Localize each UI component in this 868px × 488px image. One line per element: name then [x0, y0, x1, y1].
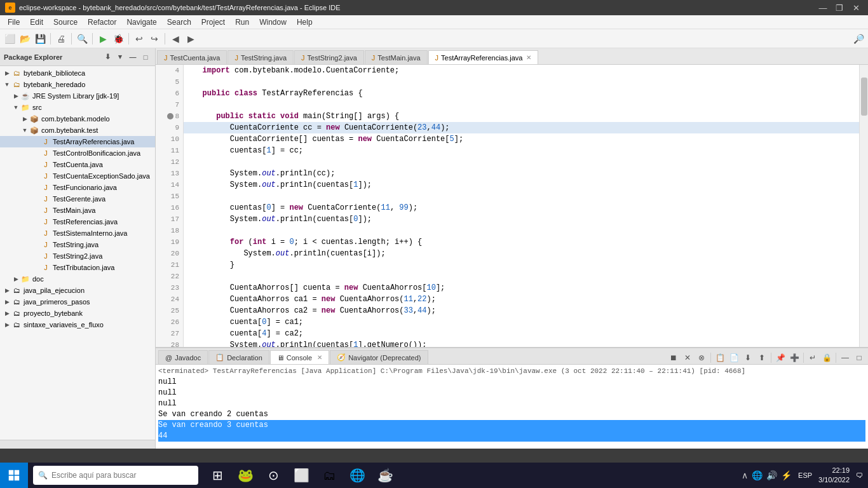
tab-navigator[interactable]: 🧭 Navigator (Deprecated)	[330, 350, 428, 364]
editor-scrollbar[interactable]	[859, 65, 868, 347]
tree-jre[interactable]: ▶ ☕ JRE System Library [jdk-19]	[0, 90, 155, 102]
console-paste-btn[interactable]: 📄	[728, 351, 740, 364]
frog-app[interactable]: 🐸	[234, 464, 257, 487]
minimize-button[interactable]: —	[816, 2, 830, 13]
console-copy-btn[interactable]: 📋	[714, 351, 726, 364]
volume-icon[interactable]: 🔊	[766, 470, 777, 480]
tree-TestString2[interactable]: J TestString2.java	[0, 250, 155, 262]
tab-close-icon[interactable]: ✕	[317, 354, 322, 361]
tree-TestGerente[interactable]: J TestGerente.java	[0, 193, 155, 205]
console-new-btn[interactable]: ➕	[788, 351, 801, 364]
menu-search[interactable]: Search	[162, 17, 196, 28]
sidebar-minimize[interactable]: —	[127, 51, 139, 63]
tree-proyecto-bytebank[interactable]: ▶ 🗂 proyecto_bytebank	[0, 308, 155, 319]
menu-project[interactable]: Project	[196, 17, 230, 28]
tree-TestCuenta[interactable]: J TestCuenta.java	[0, 159, 155, 170]
menu-window[interactable]: Window	[254, 17, 292, 28]
console-scroll-end-btn[interactable]: ⬇	[742, 351, 754, 364]
tab-label: Javadoc	[175, 354, 201, 362]
battery-icon[interactable]: ⚡	[781, 470, 792, 480]
language-indicator[interactable]: ESP	[798, 471, 812, 479]
taskbar-search-box[interactable]: 🔍	[33, 466, 198, 485]
tree-TestString[interactable]: J TestString.java	[0, 239, 155, 250]
start-button[interactable]	[0, 463, 28, 488]
notification-icon[interactable]: 🗨	[856, 471, 863, 479]
toolbar-search-2[interactable]: 🔎	[851, 32, 865, 46]
console-lock-btn[interactable]: 🔒	[820, 351, 833, 364]
files-btn[interactable]: 🗂	[318, 464, 341, 487]
search-taskbar-btn[interactable]: ⊙	[262, 464, 285, 487]
tab-TestString2[interactable]: J TestString2.java	[294, 50, 364, 64]
tree-TestCuentaExceptionSado[interactable]: J TestCuentaExceptionSado.java	[0, 170, 155, 182]
toolbar-search[interactable]: 🔍	[75, 32, 89, 46]
toolbar-run[interactable]: ▶	[96, 32, 110, 46]
java-btn[interactable]: ☕	[374, 464, 397, 487]
close-button[interactable]: ✕	[849, 2, 863, 13]
console-removeall-btn[interactable]: ⊗	[695, 351, 708, 364]
menu-source[interactable]: Source	[48, 17, 83, 28]
tab-declaration[interactable]: 📋 Declaration	[208, 350, 269, 364]
toolbar-open[interactable]: 📂	[18, 32, 32, 46]
tree-src[interactable]: ▼ 📁 src	[0, 102, 155, 113]
edge-btn[interactable]: 🌐	[346, 464, 369, 487]
code-content[interactable]: import com.bytebank.modelo.CuentaCorrien…	[184, 65, 859, 347]
taskview-button[interactable]: ⊞	[206, 464, 229, 487]
tree-TestSistemaInterno[interactable]: J TestSistemaInterno.java	[0, 227, 155, 239]
taskbar-search-input[interactable]	[51, 471, 193, 480]
toolbar-debug[interactable]: 🐞	[111, 32, 125, 46]
menu-file[interactable]: File	[3, 17, 25, 28]
tree-com-bytebank-test[interactable]: ▼ 📦 com.bytebank.test	[0, 125, 155, 136]
tree-TestMain[interactable]: J TestMain.java	[0, 205, 155, 216]
tree-java-primeros[interactable]: ▶ 🗂 java_primeros_pasos	[0, 296, 155, 308]
console-remove-btn[interactable]: ✕	[681, 351, 694, 364]
sidebar-menu[interactable]: ▾	[114, 51, 126, 63]
tree-sintaxe[interactable]: ▶ 🗂 sintaxe_variaveis_e_fluxo	[0, 319, 155, 330]
sidebar-maximize[interactable]: □	[140, 51, 151, 63]
toolbar-forward[interactable]: ▶	[184, 32, 198, 46]
console-word-wrap-btn[interactable]: ↵	[806, 351, 819, 364]
tab-TestMain[interactable]: J TestMain.java	[365, 50, 428, 64]
menu-navigate[interactable]: Navigate	[121, 17, 161, 28]
toolbar-new[interactable]: ⬜	[3, 32, 17, 46]
sidebar-collapse[interactable]: ⬇	[102, 51, 113, 63]
tree-TestControlBonificacion[interactable]: J TestControlBonificacion.java	[0, 147, 155, 159]
tree-TestFuncionario[interactable]: J TestFuncionario.java	[0, 182, 155, 193]
tree-TestReferencias[interactable]: J TestReferencias.java	[0, 216, 155, 227]
console-terminate-btn[interactable]: ⏹	[667, 351, 680, 364]
tree-bytebank-biblioteca[interactable]: ▶ 🗂 bytebank_biblioteca	[0, 67, 155, 79]
console-scroll-top-btn[interactable]: ⬆	[756, 351, 768, 364]
menu-refactor[interactable]: Refactor	[83, 17, 121, 28]
toolbar-print[interactable]: 🖨	[54, 32, 68, 46]
minimize-panel-btn[interactable]: —	[839, 351, 851, 364]
tree-bytebank-heredado[interactable]: ▼ 🗂 bytebank_heredado	[0, 79, 155, 90]
toolbar-save[interactable]: 💾	[33, 32, 47, 46]
menu-run[interactable]: Run	[230, 17, 254, 28]
maximize-panel-btn[interactable]: □	[853, 351, 865, 364]
system-clock[interactable]: 22:19 3/10/2022	[818, 466, 850, 485]
tab-close-icon[interactable]: ✕	[526, 54, 531, 61]
code-line-26: cuenta[0] = ca1;	[184, 316, 859, 328]
tree-java-pila[interactable]: ▶ 🗂 java_pila_ejecucion	[0, 285, 155, 296]
code-editor[interactable]: 4 5 6 7 8 9 10 11 12 13 14 15 16 17 18 1…	[156, 65, 859, 347]
tab-TestArrayReferencias[interactable]: J TestArrayReferencias.java ✕	[428, 50, 539, 64]
menu-help[interactable]: Help	[292, 17, 318, 28]
toolbar-redo[interactable]: ↪	[147, 32, 161, 46]
up-arrow-icon[interactable]: ∧	[742, 470, 748, 480]
console-pin-btn[interactable]: 📌	[774, 351, 787, 364]
taskview-btn[interactable]: ⬜	[290, 464, 313, 487]
tab-console[interactable]: 🖥 Console ✕	[270, 350, 329, 364]
tab-TestCuenta[interactable]: J TestCuenta.java	[157, 50, 227, 64]
maximize-button[interactable]: ❐	[832, 2, 846, 13]
tree-TestTributacion[interactable]: J TestTributacion.java	[0, 262, 155, 273]
tree-TestArrayReferencias[interactable]: J TestArrayReferencias.java	[0, 136, 155, 147]
console-area[interactable]: <terminated> TestArrayReferencias [Java …	[156, 365, 868, 449]
network-icon[interactable]: 🌐	[752, 470, 763, 480]
tab-javadoc[interactable]: @ Javadoc	[158, 350, 208, 364]
scroll-thumb[interactable]	[861, 78, 867, 116]
tab-TestString[interactable]: J TestString.java	[227, 50, 294, 64]
menu-edit[interactable]: Edit	[25, 17, 48, 28]
toolbar-back[interactable]: ◀	[168, 32, 182, 46]
tree-com-bytebank-modelo[interactable]: ▶ 📦 com.bytebank.modelo	[0, 113, 155, 125]
tree-doc[interactable]: ▶ 📁 doc	[0, 273, 155, 285]
toolbar-undo[interactable]: ↩	[132, 32, 146, 46]
